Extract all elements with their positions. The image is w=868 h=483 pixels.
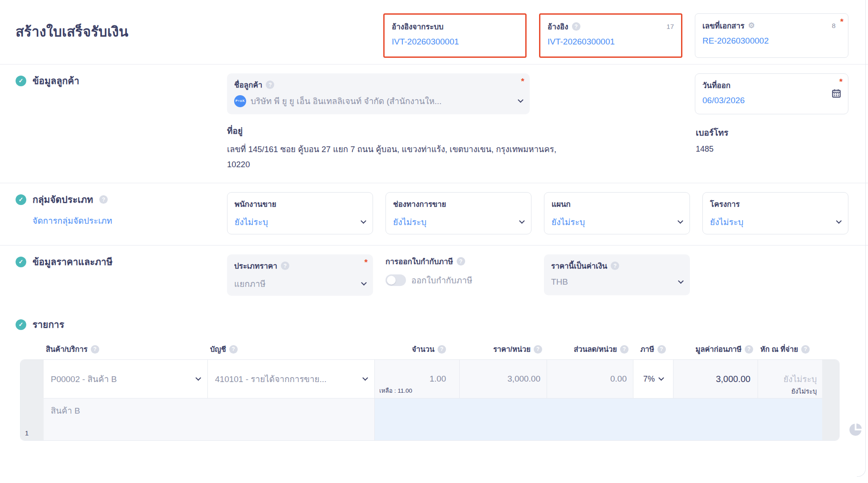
chevron-down-icon <box>361 280 367 286</box>
col-account: บัญชี <box>210 343 226 355</box>
items-section: รายการ สินค้า/บริการ บัญชี จำนวน ราคา/หน… <box>0 306 868 441</box>
col-product: สินค้า/บริการ <box>46 343 88 355</box>
reference-value[interactable]: IVT-20260300001 <box>548 37 674 47</box>
quantity-input[interactable]: 1.00 เหลือ : 11.00 <box>375 360 460 398</box>
issue-date-value[interactable]: 06/03/2026 <box>702 96 841 105</box>
help-icon[interactable] <box>457 257 465 266</box>
section-complete-check-icon <box>16 76 26 86</box>
calendar-icon[interactable] <box>832 89 841 100</box>
salesperson-value[interactable]: ยังไม่ระบุ <box>235 215 268 229</box>
help-icon[interactable] <box>657 345 666 354</box>
account-select-value: 410101 - รายได้จากการขาย... <box>215 372 327 386</box>
price-type-value[interactable]: แยกภาษี <box>234 277 266 290</box>
department-label: แผนก <box>552 198 571 210</box>
help-icon[interactable] <box>801 345 810 354</box>
help-icon[interactable] <box>534 345 542 354</box>
create-receipt-page: สร้างใบเสร็จรับเงิน อ้างอิงจากระบบ IVT-2… <box>0 0 868 483</box>
tax-invoice-toggle-text: ออกใบกำกับภาษี <box>411 274 472 287</box>
discount-value: 0.00 <box>610 374 627 384</box>
unit-price-value: 3,000.00 <box>507 374 540 384</box>
currency-value[interactable]: THB <box>551 277 568 287</box>
chevron-down-icon <box>519 218 525 224</box>
discount-input[interactable]: 0.00 <box>547 360 633 398</box>
col-unit-price: ราคา/หน่วย <box>493 343 531 355</box>
withholding-select[interactable]: ยังไม่ระบุ ยังไม่ระบุ <box>758 360 822 398</box>
system-reference-label: อ้างอิงจากระบบ <box>392 20 443 32</box>
salesperson-label: พนักงานขาย <box>235 198 276 210</box>
project-value[interactable]: ยังไม่ระบุ <box>710 215 743 229</box>
chevron-down-icon <box>677 218 683 224</box>
customer-name-value[interactable]: บริษัท พี ยู ยู เอ็น อินเทลลิเจนท์ จำกัด… <box>251 94 514 108</box>
classification-section: กลุ่มจัดประเภท จัดการกลุ่มจัดประเภท พนัก… <box>0 183 868 245</box>
unit-price-input[interactable]: 3,000.00 <box>460 360 547 398</box>
row-summary-area <box>375 398 822 440</box>
items-table: 1 P00002 - สินค้า B 410101 - รายได้จากกา… <box>20 359 840 441</box>
reference-label: อ้างอิง <box>548 20 568 32</box>
department-dropdown[interactable]: แผนก ยังไม่ระบุ <box>544 192 690 234</box>
required-asterisk: * <box>840 17 844 26</box>
product-select-value: P00002 - สินค้า B <box>51 372 117 386</box>
row-number: 1 <box>25 429 28 437</box>
help-icon[interactable] <box>229 345 238 354</box>
department-value[interactable]: ยังไม่ระบุ <box>552 215 585 229</box>
tax-invoice-toggle[interactable] <box>385 274 406 286</box>
system-reference-box: อ้างอิงจากระบบ IVT-20260300001 <box>383 13 527 58</box>
salesperson-dropdown[interactable]: พนักงานขาย ยังไม่ระบุ <box>227 192 373 234</box>
help-icon[interactable] <box>745 345 753 354</box>
section-complete-check-icon <box>16 194 26 205</box>
sales-channel-label: ช่องทางการขาย <box>393 198 446 210</box>
help-icon[interactable] <box>91 345 99 354</box>
document-number-box: * เลขที่เอกสาร 8 RE-20260300002 <box>695 13 848 58</box>
chevron-down-icon <box>518 97 523 103</box>
sales-channel-dropdown[interactable]: ช่องทางการขาย ยังไม่ระบุ <box>385 192 531 234</box>
address-label: ที่อยู่ <box>227 124 574 137</box>
manage-classification-link[interactable]: จัดการกลุ่มจัดประเภท <box>32 214 227 227</box>
toggle-knob <box>387 276 396 285</box>
chevron-down-icon <box>195 375 201 381</box>
page-header: สร้างใบเสร็จรับเงิน อ้างอิงจากระบบ IVT-2… <box>0 0 868 64</box>
chevron-down-icon <box>658 375 664 381</box>
help-icon[interactable] <box>620 345 629 354</box>
project-dropdown[interactable]: โครงการ ยังไม่ระบุ <box>702 192 848 234</box>
col-tax: ภาษี <box>640 343 654 355</box>
customer-name-select[interactable]: * ชื่อลูกค้า P≡∧K บริษัท พี ยู ยู เอ็น อ… <box>227 73 530 114</box>
address-value: เลขที่ 145/161 ซอย คู้บอน 27 แยก 7 ถนน ค… <box>227 142 574 172</box>
row-gutter-left: 1 <box>20 360 44 440</box>
pie-chart-icon[interactable] <box>848 422 864 438</box>
gear-icon[interactable] <box>748 21 754 30</box>
account-select[interactable]: 410101 - รายได้จากการขาย... <box>208 360 375 398</box>
section-complete-check-icon <box>16 319 26 330</box>
issue-date-field[interactable]: * วันที่ออก 06/03/2026 <box>695 73 848 114</box>
col-discount: ส่วนลด/หน่วย <box>574 343 617 355</box>
chevron-down-icon <box>362 375 368 381</box>
customer-section: ข้อมูลลูกค้า * ชื่อลูกค้า P≡∧K บริษัท พี… <box>0 64 868 183</box>
product-select[interactable]: P00002 - สินค้า B <box>44 360 208 398</box>
tax-invoice-label: การออกใบกำกับภาษี <box>385 255 453 267</box>
currency-dropdown[interactable]: ราคานี้เป็นค่าเงิน THB <box>544 254 690 295</box>
help-icon[interactable] <box>99 195 108 204</box>
help-icon[interactable] <box>281 262 289 270</box>
description-value: สินค้า B <box>51 406 80 415</box>
row-gutter-right <box>822 360 840 440</box>
required-asterisk: * <box>521 77 524 85</box>
tax-value: 7% <box>643 374 655 384</box>
col-quantity: จำนวน <box>412 343 434 355</box>
pre-tax-amount-value: 3,000.00 <box>716 374 750 384</box>
help-icon[interactable] <box>438 345 446 354</box>
help-icon[interactable] <box>266 80 274 89</box>
help-icon[interactable] <box>572 22 580 31</box>
reference-char-count: 17 <box>666 23 674 30</box>
sales-channel-value[interactable]: ยังไม่ระบุ <box>393 215 426 229</box>
price-type-label: ประเภทราคา <box>234 260 277 272</box>
page-title: สร้างใบเสร็จรับเงิน <box>16 13 129 43</box>
items-section-title: รายการ <box>32 317 64 332</box>
system-reference-value[interactable]: IVT-20260300001 <box>392 37 518 47</box>
price-type-dropdown[interactable]: * ประเภทราคา แยกภาษี <box>227 254 373 296</box>
pricing-section: ข้อมูลราคาและภาษี * ประเภทราคา แยกภาษี ก… <box>0 246 868 306</box>
chevron-down-icon <box>361 218 366 224</box>
document-number-value[interactable]: RE-20260300002 <box>702 36 841 46</box>
tax-select[interactable]: 7% <box>633 360 673 398</box>
help-icon[interactable] <box>611 262 619 270</box>
description-input[interactable]: สินค้า B <box>44 398 375 440</box>
withholding-sub-value: ยังไม่ระบุ <box>791 386 817 396</box>
